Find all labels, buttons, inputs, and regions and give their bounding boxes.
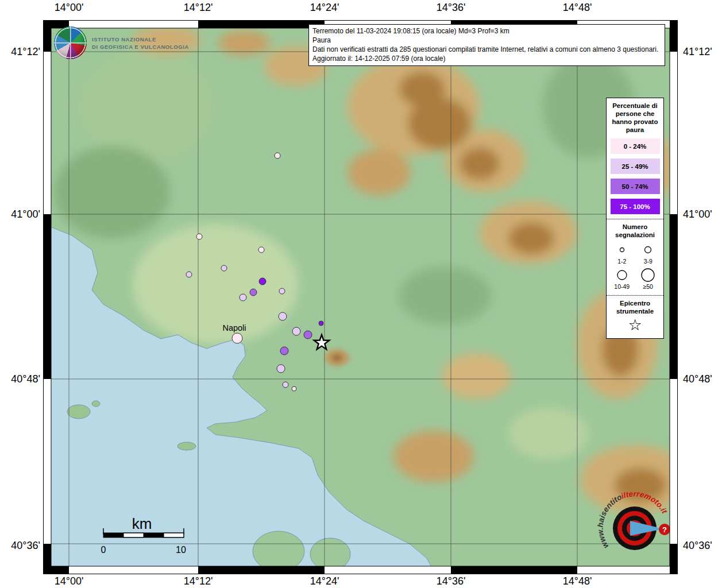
axis-label-left-2: 40°48': [0, 373, 40, 385]
event-map-type: Paura: [312, 36, 661, 45]
axis-label-right-1: 41°00': [683, 208, 712, 220]
legend-count-title: Numero segnalazioni: [609, 223, 661, 239]
axis-label-top-2: 14°24': [310, 2, 339, 14]
scale-end-label: 10: [176, 545, 186, 555]
felt-report-point[interactable]: [280, 347, 288, 355]
axis-label-bottom-0: 14°00': [55, 575, 84, 587]
felt-report-point[interactable]: [292, 327, 300, 335]
felt-report-point[interactable]: [319, 321, 323, 326]
axis-label-top-1: 14°12': [184, 2, 213, 14]
topographic-map: km 0 10 Napoli: [43, 20, 678, 574]
count-circle-icon: [640, 242, 656, 258]
felt-report-point[interactable]: [240, 294, 246, 301]
event-title-line: Terremoto del 11-03-2024 19:08:15 (ora l…: [312, 26, 661, 36]
axis-label-left-3: 40°36': [0, 540, 40, 552]
event-info-box: Terremoto del 11-03-2024 19:08:15 (ora l…: [308, 24, 665, 66]
axis-label-right-2: 40°48': [683, 373, 712, 385]
felt-report-point[interactable]: [221, 265, 227, 271]
legend-swatch-75-100: 75 - 100%: [611, 199, 660, 214]
axis-label-top-4: 14°48': [563, 2, 592, 14]
ingv-logo: ISTITUTO NAZIONALE DI GEOFISICA E VULCAN…: [54, 26, 189, 59]
felt-report-point[interactable]: [304, 331, 312, 339]
legend-count-1-2: 1-2: [609, 242, 635, 265]
felt-report-point[interactable]: [277, 365, 285, 373]
legend-swatch-25-49: 25 - 49%: [611, 158, 660, 174]
axis-label-top-3: 14°36': [437, 2, 466, 14]
ingv-name-line1: ISTITUTO NAZIONALE: [92, 36, 189, 43]
legend-count-3-9: 3-9: [635, 242, 662, 265]
felt-report-point[interactable]: [196, 234, 202, 239]
legend-swatch-label: 75 - 100%: [620, 203, 650, 210]
axis-label-bottom-3: 14°36': [437, 575, 466, 587]
axis-label-left-1: 41°00': [0, 208, 40, 220]
felt-report-point[interactable]: [275, 153, 280, 158]
count-label: ≥50: [643, 283, 653, 291]
event-data-note: Dati non verificati estratti da 285 ques…: [312, 45, 661, 54]
legend-swatch-0-24: 0 - 24%: [611, 138, 660, 154]
legend-count-10-49: 10-49: [609, 267, 635, 291]
axis-label-right-0: 41°12': [683, 46, 712, 58]
legend-swatch-label: 0 - 24%: [624, 143, 647, 150]
count-label: 3-9: [644, 258, 652, 265]
legend-swatch-50-74: 50 - 74%: [611, 179, 660, 194]
legend-fear-scale: Percentuale di persone che hanno provato…: [607, 98, 663, 219]
felt-report-point[interactable]: [258, 247, 264, 253]
ingv-name-line2: DI GEOFISICA E VULCANOLOGIA: [92, 43, 189, 51]
legend-swatch-label: 50 - 74%: [621, 183, 648, 190]
count-circle-icon: [614, 242, 630, 258]
map-canvas: km 0 10 Napoli: [43, 20, 678, 574]
felt-report-point[interactable]: [292, 386, 296, 391]
felt-report-point[interactable]: [259, 278, 266, 285]
legend-fear-title: Percentuale di persone che hanno provato…: [609, 102, 661, 134]
legend-count-50plus: ≥50: [635, 267, 662, 291]
felt-report-point[interactable]: [283, 382, 288, 388]
scale-unit-label: km: [132, 515, 152, 532]
felt-report-point[interactable]: [250, 289, 257, 296]
logo-question-mark: ?: [662, 525, 667, 534]
map-page: 14°00' 14°12' 14°24' 14°36' 14°48' 14°00…: [0, 0, 722, 588]
count-circle-icon: [614, 267, 630, 283]
event-updated-line: Aggiornato il: 14-12-2025 07:59 (ora loc…: [312, 54, 661, 63]
count-circle-icon: [640, 267, 656, 283]
ingv-globe-icon: [54, 26, 87, 59]
axis-label-bottom-1: 14°12': [184, 575, 213, 587]
legend-epicenter-title: Epicentro strumentale: [609, 299, 661, 315]
legend-swatch-label: 25 - 49%: [621, 163, 648, 170]
axis-label-left-0: 41°12': [0, 46, 40, 58]
axis-label-bottom-2: 14°24': [310, 575, 339, 587]
felt-report-point[interactable]: [232, 333, 242, 343]
scale-start-label: 0: [101, 545, 106, 555]
legend-epicenter: Epicentro strumentale ☆: [607, 295, 663, 338]
axis-label-bottom-4: 14°48': [563, 575, 592, 587]
felt-report-point[interactable]: [279, 312, 287, 320]
count-label: 1-2: [617, 258, 626, 265]
legend-report-counts: Numero segnalazioni 1-2 3-9 10-49: [607, 219, 663, 295]
count-label: 10-49: [614, 283, 630, 291]
axis-label-right-3: 40°36': [683, 540, 712, 552]
epicenter-star-icon: ☆: [609, 316, 661, 334]
axis-label-top-0: 14°00': [55, 2, 84, 14]
city-label-napoli: Napoli: [222, 323, 246, 332]
felt-report-point[interactable]: [279, 288, 285, 294]
vesuvius-relief: [325, 349, 349, 366]
felt-report-point[interactable]: [186, 272, 192, 277]
map-legend: Percentuale di persone che hanno provato…: [606, 98, 664, 339]
